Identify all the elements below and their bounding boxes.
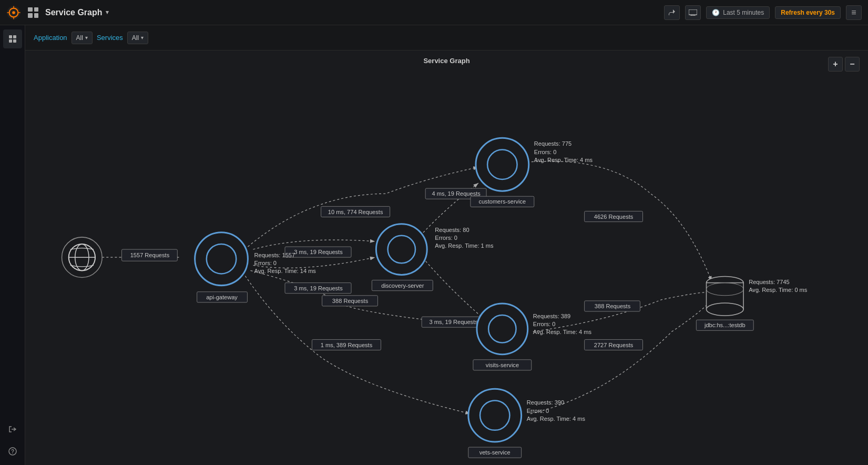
time-range-text: Last 5 minutes	[723, 9, 764, 16]
application-dropdown-arrow: ▾	[85, 35, 88, 41]
application-filter-dropdown[interactable]: All ▾	[72, 32, 93, 44]
sidebar-help-icon[interactable]: ?	[3, 442, 22, 461]
service-graph-svg: 1557 Requests 10 ms, 774 Requests 3 ms, …	[25, 50, 868, 464]
menu-button[interactable]: ≡	[846, 5, 862, 20]
api-gateway-label: api-gateway	[206, 294, 238, 300]
customers-service-errors: Errors: 0	[534, 149, 556, 155]
refresh-button[interactable]: Refresh every 30s	[775, 6, 841, 19]
vets-service-label: vets-service	[479, 449, 510, 456]
dashboard-title-text: Service Graph	[45, 8, 103, 17]
refresh-label: Refresh every 30s	[781, 9, 835, 16]
jdbc-label: jdbc:hs...:testdb	[704, 322, 746, 328]
api-gateway-requests: Requests: 1557	[254, 252, 295, 258]
sidebar-home-icon[interactable]	[3, 29, 22, 48]
svg-rect-11	[9, 35, 12, 38]
display-button[interactable]	[685, 5, 701, 20]
edge-label-visits-jdbc: 388 Requests	[595, 303, 631, 309]
jdbc-node-bottom-ellipse	[707, 303, 744, 316]
grafana-logo	[6, 5, 21, 20]
customers-service-requests: Requests: 775	[534, 140, 571, 147]
svg-rect-12	[13, 35, 16, 38]
customers-service-inner-bg	[482, 144, 523, 185]
application-filter-value: All	[76, 34, 83, 42]
sidebar-signin-icon[interactable]	[3, 420, 22, 439]
service-graph-panel: Service Graph + −	[25, 50, 868, 465]
edge-label-gateway-visits: 388 Requests	[332, 298, 369, 304]
svg-text:?: ?	[11, 449, 14, 454]
layout: ? Application All ▾ Services All ▾ Servi…	[0, 25, 868, 465]
discovery-server-requests: Requests: 80	[435, 227, 469, 233]
discovery-server-errors: Errors: 0	[435, 235, 457, 241]
edge-visits-jdbc	[533, 292, 714, 332]
signin-icon	[8, 425, 17, 433]
services-dropdown-arrow: ▾	[141, 35, 144, 41]
jdbc-requests: Requests: 7745	[749, 279, 790, 285]
edge-label-gateway-vets: 1 ms, 389 Requests	[321, 342, 373, 348]
svg-point-2	[12, 11, 15, 14]
visits-service-requests: Requests: 389	[533, 313, 570, 319]
edge-label-gateway-customers: 10 ms, 774 Requests	[328, 209, 383, 215]
help-icon: ?	[8, 447, 17, 456]
customers-service-label: customers-service	[478, 198, 526, 205]
svg-rect-7	[689, 9, 697, 15]
vets-service-avg-resp: Avg. Resp. Time: 4 ms	[527, 416, 586, 422]
display-icon	[689, 9, 697, 16]
discovery-server-label: discovery-server	[381, 282, 424, 289]
discovery-server-avg-resp: Avg. Resp. Time: 1 ms	[435, 242, 494, 249]
services-filter-dropdown[interactable]: All ▾	[127, 32, 148, 44]
edge-label-discovery-customers: 4 ms, 19 Requests	[432, 190, 481, 197]
customers-service-avg-resp: Avg. Resp. Time: 4 ms	[534, 157, 593, 163]
edge-label-globe-gateway: 1557 Requests	[130, 252, 170, 258]
visits-service-avg-resp: Avg. Resp. Time: 4 ms	[533, 329, 592, 335]
filter-bar: Application All ▾ Services All ▾	[25, 25, 868, 50]
dashboard-title[interactable]: Service Graph ▾	[45, 8, 109, 17]
edge-label-customers-jdbc: 4626 Requests	[594, 214, 634, 220]
vets-service-inner-bg	[475, 395, 515, 436]
svg-rect-14	[13, 39, 16, 43]
edge-label-gateway-discovery-lower: 3 ms, 19 Requests	[294, 285, 343, 291]
edge-label-vets-jdbc: 2727 Requests	[594, 342, 634, 348]
visits-service-errors: Errors: 0	[533, 321, 555, 327]
share-button[interactable]	[664, 5, 680, 20]
jdbc-avg-resp: Avg. Resp. Time: 0 ms	[749, 287, 808, 293]
title-chevron: ▾	[106, 9, 109, 16]
time-range-selector[interactable]: 🕐 Last 5 minutes	[706, 6, 770, 19]
main-content: Application All ▾ Services All ▾ Service…	[25, 25, 868, 465]
app-grid-icon[interactable]	[26, 6, 40, 19]
header-actions: 🕐 Last 5 minutes Refresh every 30s ≡	[664, 5, 862, 20]
edge-label-discovery-visits: 3 ms, 19 Requests	[429, 319, 478, 325]
visits-service-label: visits-service	[486, 362, 519, 368]
menu-icon: ≡	[851, 8, 856, 17]
vets-service-requests: Requests: 390	[527, 399, 564, 406]
api-gateway-avg-resp: Avg. Resp. Time: 14 ms	[254, 268, 316, 274]
edge-label-gateway-discovery-upper: 3 ms, 19 Requests	[294, 249, 343, 255]
api-gateway-inner-bg	[201, 239, 242, 279]
top-header: Service Graph ▾ 🕐 Last 5 minutes Refresh…	[0, 0, 868, 25]
application-filter-label[interactable]: Application	[34, 34, 67, 42]
api-gateway-errors: Errors: 0	[254, 260, 277, 266]
svg-rect-13	[9, 39, 12, 43]
home-icon	[8, 34, 17, 44]
clock-icon: 🕐	[712, 9, 720, 16]
share-icon	[668, 9, 676, 16]
left-sidebar: ?	[0, 25, 25, 465]
vets-service-errors: Errors: 0	[527, 408, 549, 414]
services-filter-value: All	[132, 34, 139, 42]
services-filter-label[interactable]: Services	[97, 34, 123, 42]
